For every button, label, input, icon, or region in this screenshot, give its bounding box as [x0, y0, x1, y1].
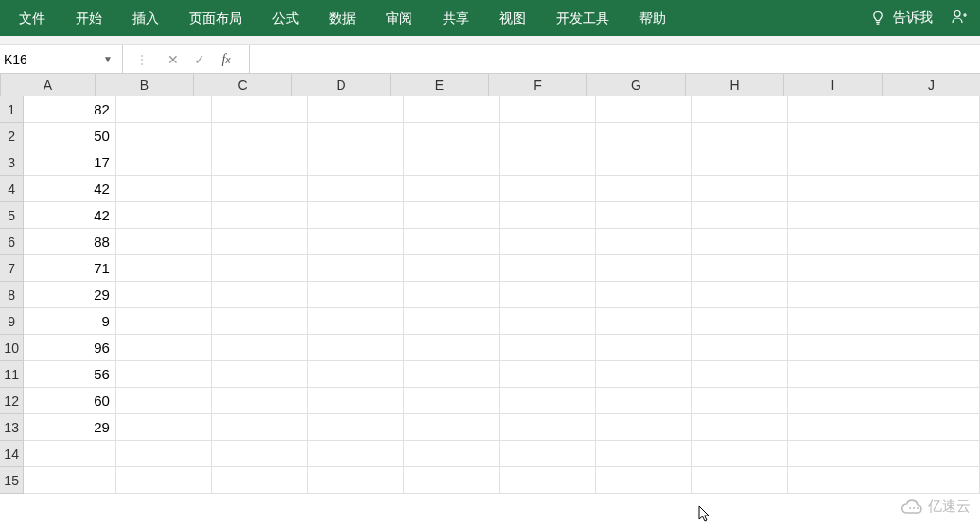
cell-F2[interactable] [500, 123, 596, 149]
tab-developer[interactable]: 开发工具 [541, 0, 624, 36]
cell-D2[interactable] [308, 123, 404, 149]
chevron-down-icon[interactable]: ▼ [99, 54, 116, 64]
fx-icon[interactable]: fx [213, 52, 239, 67]
cell-A3[interactable]: 17 [24, 149, 116, 176]
cell-J5[interactable] [884, 202, 980, 229]
cell-B6[interactable] [116, 229, 212, 255]
cell-J2[interactable] [884, 123, 980, 149]
cell-D1[interactable] [308, 96, 404, 123]
cell-B2[interactable] [116, 123, 212, 149]
cell-E7[interactable] [404, 255, 499, 282]
cell-E14[interactable] [404, 441, 499, 467]
tab-review[interactable]: 审阅 [371, 0, 428, 36]
cell-I6[interactable] [788, 229, 884, 255]
cell-J11[interactable] [884, 361, 980, 388]
cell-B5[interactable] [116, 202, 212, 229]
cell-A9[interactable]: 9 [24, 308, 116, 335]
cell-F7[interactable] [500, 255, 596, 282]
cancel-formula-button[interactable]: ✕ [160, 52, 186, 67]
tab-view[interactable]: 视图 [484, 0, 541, 36]
cell-H9[interactable] [692, 308, 788, 335]
col-header-J[interactable]: J [883, 74, 980, 96]
cell-H12[interactable] [692, 388, 788, 414]
row-header-1[interactable]: 1 [0, 96, 24, 123]
cell-D15[interactable] [308, 467, 404, 494]
cell-A6[interactable]: 88 [24, 229, 116, 255]
cell-J10[interactable] [884, 335, 980, 361]
cell-D11[interactable] [308, 361, 404, 388]
col-header-I[interactable]: I [784, 74, 883, 96]
cell-G3[interactable] [596, 149, 691, 176]
cell-J14[interactable] [884, 441, 980, 467]
formula-input[interactable] [250, 45, 980, 73]
cell-H14[interactable] [692, 441, 788, 467]
cell-I5[interactable] [788, 202, 884, 229]
cell-A10[interactable]: 96 [24, 335, 116, 361]
cell-B15[interactable] [116, 467, 212, 494]
cell-G4[interactable] [596, 176, 691, 202]
row-header-15[interactable]: 15 [0, 467, 24, 494]
cell-A4[interactable]: 42 [24, 176, 116, 202]
cell-B3[interactable] [116, 149, 212, 176]
cell-F1[interactable] [500, 96, 596, 123]
cell-F3[interactable] [500, 149, 596, 176]
cell-E13[interactable] [404, 414, 499, 441]
cell-H3[interactable] [692, 149, 788, 176]
cell-J9[interactable] [884, 308, 980, 335]
cell-J13[interactable] [884, 414, 980, 441]
cell-C12[interactable] [212, 388, 307, 414]
row-header-14[interactable]: 14 [0, 441, 24, 467]
cell-D6[interactable] [308, 229, 404, 255]
cell-J6[interactable] [884, 229, 980, 255]
cell-B7[interactable] [116, 255, 212, 282]
cell-A7[interactable]: 71 [24, 255, 116, 282]
row-header-7[interactable]: 7 [0, 255, 24, 282]
cell-C7[interactable] [212, 255, 307, 282]
cell-G1[interactable] [596, 96, 691, 123]
cell-H15[interactable] [692, 467, 788, 494]
tab-help[interactable]: 帮助 [624, 0, 681, 36]
cell-J15[interactable] [884, 467, 980, 494]
cell-J4[interactable] [884, 176, 980, 202]
cell-A13[interactable]: 29 [24, 414, 116, 441]
tab-page-layout[interactable]: 页面布局 [174, 0, 257, 36]
cell-I14[interactable] [788, 441, 884, 467]
row-header-10[interactable]: 10 [0, 335, 24, 361]
cell-J7[interactable] [884, 255, 980, 282]
cell-E6[interactable] [404, 229, 499, 255]
row-header-11[interactable]: 11 [0, 361, 24, 388]
cell-A8[interactable]: 29 [24, 282, 116, 308]
cell-A5[interactable]: 42 [24, 202, 116, 229]
cell-J3[interactable] [884, 149, 980, 176]
row-header-12[interactable]: 12 [0, 388, 24, 414]
cell-E11[interactable] [404, 361, 499, 388]
cell-F5[interactable] [500, 202, 596, 229]
cell-G5[interactable] [596, 202, 691, 229]
cell-B1[interactable] [116, 96, 212, 123]
select-all-corner[interactable] [0, 74, 1, 96]
cell-C10[interactable] [212, 335, 307, 361]
cell-F8[interactable] [500, 282, 596, 308]
cell-J8[interactable] [884, 282, 980, 308]
cell-F9[interactable] [500, 308, 596, 335]
name-box[interactable]: K16 ▼ [0, 45, 123, 73]
row-header-8[interactable]: 8 [0, 282, 24, 308]
cell-F11[interactable] [500, 361, 596, 388]
cell-B8[interactable] [116, 282, 212, 308]
cell-G8[interactable] [596, 282, 691, 308]
cell-I4[interactable] [788, 176, 884, 202]
cell-E15[interactable] [404, 467, 499, 494]
tab-data[interactable]: 数据 [314, 0, 371, 36]
cell-G6[interactable] [596, 229, 691, 255]
cell-G7[interactable] [596, 255, 691, 282]
cell-B14[interactable] [116, 441, 212, 467]
cell-F4[interactable] [500, 176, 596, 202]
cell-E5[interactable] [404, 202, 499, 229]
cell-G14[interactable] [596, 441, 691, 467]
cell-E1[interactable] [404, 96, 499, 123]
cell-B13[interactable] [116, 414, 212, 441]
cell-H8[interactable] [692, 282, 788, 308]
col-header-C[interactable]: C [194, 74, 292, 96]
cell-C8[interactable] [212, 282, 307, 308]
cell-B12[interactable] [116, 388, 212, 414]
